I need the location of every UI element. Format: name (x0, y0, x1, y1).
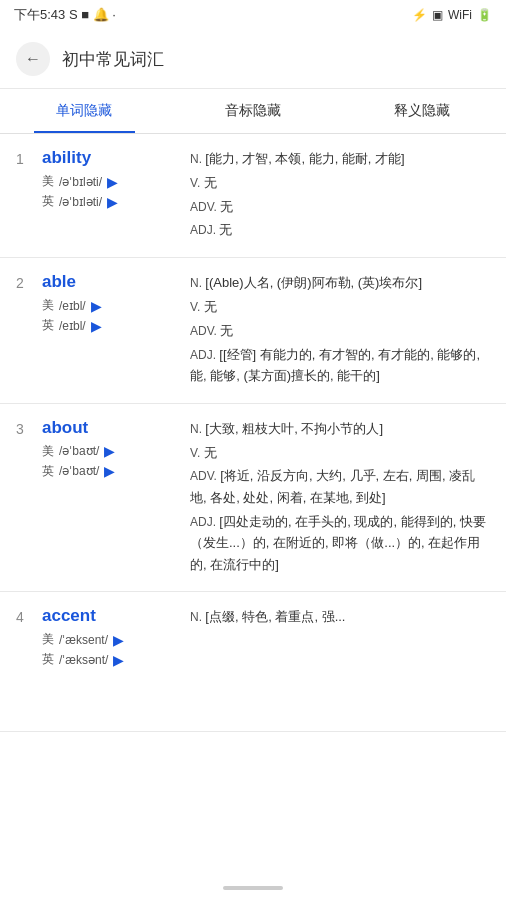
word-entry-accent: 4 accent 美 /ˈæksent/ ▶ 英 /ˈæksənt/ ▶ N. … (0, 592, 506, 732)
word-ability[interactable]: ability (42, 148, 182, 168)
sound-us-about[interactable]: ▶ (104, 443, 115, 459)
def-ability-v: V. 无 (190, 172, 490, 194)
sound-us-accent[interactable]: ▶ (113, 632, 124, 648)
def-able-v: V. 无 (190, 296, 490, 318)
entry-defs-ability: N. [能力, 才智, 本领, 能力, 能耐, 才能] V. 无 ADV. 无 … (190, 148, 490, 243)
entry-left-ability: ability 美 /əˈbɪləti/ ▶ 英 /əˈbɪləti/ ▶ (42, 148, 182, 213)
word-accent[interactable]: accent (42, 606, 182, 626)
back-button[interactable]: ← (16, 42, 50, 76)
entry-defs-about: N. [大致, 粗枝大叶, 不拘小节的人] V. 无 ADV. [将近, 沿反方… (190, 418, 490, 578)
sound-uk-ability[interactable]: ▶ (107, 194, 118, 210)
def-about-v: V. 无 (190, 442, 490, 464)
status-icons: ⚡ ▣ WiFi 🔋 (412, 8, 492, 22)
scroll-indicator (223, 886, 283, 890)
phonetic-uk-able: 英 /eɪbl/ ▶ (42, 317, 182, 334)
phonetic-us-ability: 美 /əˈbɪləti/ ▶ (42, 173, 182, 190)
def-ability-n: N. [能力, 才智, 本领, 能力, 能耐, 才能] (190, 148, 490, 170)
word-entry-ability: 1 ability 美 /əˈbɪləti/ ▶ 英 /əˈbɪləti/ ▶ … (0, 134, 506, 258)
entry-left-able: able 美 /eɪbl/ ▶ 英 /eɪbl/ ▶ (42, 272, 182, 337)
entry-left-accent: accent 美 /ˈæksent/ ▶ 英 /ˈæksənt/ ▶ (42, 606, 182, 671)
status-battery: 🔋 (477, 8, 492, 22)
entry-defs-able: N. [(Able)人名, (伊朗)阿布勒, (英)埃布尔] V. 无 ADV.… (190, 272, 490, 389)
def-about-n: N. [大致, 粗枝大叶, 不拘小节的人] (190, 418, 490, 440)
def-ability-adj: ADJ. 无 (190, 219, 490, 241)
sound-uk-accent[interactable]: ▶ (113, 652, 124, 668)
tab-word-hide[interactable]: 单词隐藏 (0, 89, 169, 133)
entry-number-3: 3 (16, 421, 34, 437)
entry-number-4: 4 (16, 609, 34, 625)
entry-number-2: 2 (16, 275, 34, 291)
def-accent-n: N. [点缀, 特色, 着重点, 强... (190, 606, 490, 628)
tab-meaning-hide[interactable]: 释义隐藏 (337, 89, 506, 133)
word-entry-about: 3 about 美 /əˈbaʊt/ ▶ 英 /əˈbaʊt/ ▶ N. [大致… (0, 404, 506, 593)
entry-defs-accent: N. [点缀, 特色, 着重点, 强... (190, 606, 490, 630)
sound-uk-able[interactable]: ▶ (91, 318, 102, 334)
word-list: 1 ability 美 /əˈbɪləti/ ▶ 英 /əˈbɪləti/ ▶ … (0, 134, 506, 732)
header: ← 初中常见词汇 (0, 30, 506, 89)
header-title: 初中常见词汇 (62, 48, 164, 71)
status-time: 下午5:43 S ■ 🔔 · (14, 6, 116, 24)
phonetic-us-able: 美 /eɪbl/ ▶ (42, 297, 182, 314)
entry-number-1: 1 (16, 151, 34, 167)
status-wifi: ▣ (432, 8, 443, 22)
phonetic-us-about: 美 /əˈbaʊt/ ▶ (42, 443, 182, 460)
phonetic-uk-about: 英 /əˈbaʊt/ ▶ (42, 463, 182, 480)
def-able-adv: ADV. 无 (190, 320, 490, 342)
status-bar: 下午5:43 S ■ 🔔 · ⚡ ▣ WiFi 🔋 (0, 0, 506, 30)
def-about-adj: ADJ. [四处走动的, 在手头的, 现成的, 能得到的, 快要（发生...）的… (190, 511, 490, 576)
tab-bar: 单词隐藏 音标隐藏 释义隐藏 (0, 89, 506, 134)
sound-us-able[interactable]: ▶ (91, 298, 102, 314)
tab-phonetic-hide[interactable]: 音标隐藏 (169, 89, 338, 133)
entry-left-about: about 美 /əˈbaʊt/ ▶ 英 /əˈbaʊt/ ▶ (42, 418, 182, 483)
sound-uk-about[interactable]: ▶ (104, 463, 115, 479)
status-network: ⚡ (412, 8, 427, 22)
def-ability-adv: ADV. 无 (190, 196, 490, 218)
word-able[interactable]: able (42, 272, 182, 292)
phonetic-uk-ability: 英 /əˈbɪləti/ ▶ (42, 193, 182, 210)
word-entry-able: 2 able 美 /eɪbl/ ▶ 英 /eɪbl/ ▶ N. [(Able)人… (0, 258, 506, 404)
sound-us-ability[interactable]: ▶ (107, 174, 118, 190)
def-able-n: N. [(Able)人名, (伊朗)阿布勒, (英)埃布尔] (190, 272, 490, 294)
word-about[interactable]: about (42, 418, 182, 438)
phonetic-uk-accent: 英 /ˈæksənt/ ▶ (42, 651, 182, 668)
phonetic-us-accent: 美 /ˈæksent/ ▶ (42, 631, 182, 648)
status-signal: WiFi (448, 8, 472, 22)
def-about-adv: ADV. [将近, 沿反方向, 大约, 几乎, 左右, 周围, 凌乱地, 各处,… (190, 465, 490, 508)
def-able-adj: ADJ. [[经管] 有能力的, 有才智的, 有才能的, 能够的, 能, 能够,… (190, 344, 490, 387)
